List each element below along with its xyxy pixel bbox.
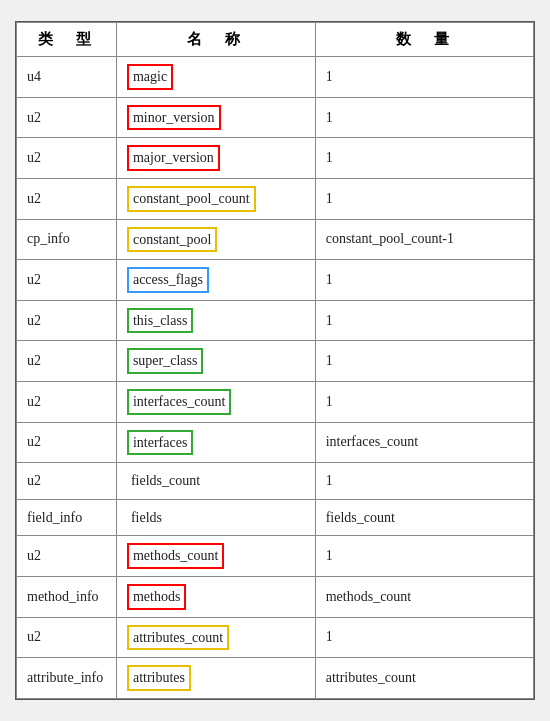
cell-name: minor_version — [116, 97, 315, 138]
cell-name: constant_pool_count — [116, 179, 315, 220]
main-table-container: 类 型 名 称 数 量 u4magic1u2minor_version1u2ma… — [15, 21, 535, 700]
table-row: u2fields_count1 — [17, 463, 534, 500]
cell-count: 1 — [315, 138, 533, 179]
cell-name: super_class — [116, 341, 315, 382]
cell-type: u2 — [17, 138, 117, 179]
table-row: u2interfaces_count1 — [17, 382, 534, 423]
cell-count: 1 — [315, 300, 533, 341]
cell-type: attribute_info — [17, 658, 117, 699]
cell-count: attributes_count — [315, 658, 533, 699]
cell-type: u2 — [17, 260, 117, 301]
cell-type: u2 — [17, 463, 117, 500]
cell-count: constant_pool_count-1 — [315, 219, 533, 260]
table-row: u2access_flags1 — [17, 260, 534, 301]
cell-type: u2 — [17, 422, 117, 463]
cell-type: u2 — [17, 97, 117, 138]
table-row: method_infomethodsmethods_count — [17, 576, 534, 617]
cell-name: fields_count — [116, 463, 315, 500]
cell-count: 1 — [315, 97, 533, 138]
cell-name: magic — [116, 57, 315, 98]
cell-name: methods — [116, 576, 315, 617]
class-structure-table: 类 型 名 称 数 量 u4magic1u2minor_version1u2ma… — [16, 22, 534, 699]
table-row: u2this_class1 — [17, 300, 534, 341]
cell-type: u2 — [17, 382, 117, 423]
cell-count: 1 — [315, 463, 533, 500]
header-type: 类 型 — [17, 23, 117, 57]
table-row: cp_infoconstant_poolconstant_pool_count-… — [17, 219, 534, 260]
cell-count: 1 — [315, 179, 533, 220]
cell-count: 1 — [315, 382, 533, 423]
table-row: field_infofieldsfields_count — [17, 499, 534, 536]
table-row: u2methods_count1 — [17, 536, 534, 577]
table-row: u2attributes_count1 — [17, 617, 534, 658]
cell-name: interfaces — [116, 422, 315, 463]
table-row: u2major_version1 — [17, 138, 534, 179]
cell-count: 1 — [315, 536, 533, 577]
cell-name: major_version — [116, 138, 315, 179]
table-row: attribute_infoattributesattributes_count — [17, 658, 534, 699]
header-count: 数 量 — [315, 23, 533, 57]
table-row: u2super_class1 — [17, 341, 534, 382]
header-name: 名 称 — [116, 23, 315, 57]
cell-count: 1 — [315, 617, 533, 658]
cell-type: u2 — [17, 536, 117, 577]
cell-type: u2 — [17, 300, 117, 341]
cell-count: 1 — [315, 57, 533, 98]
cell-type: u4 — [17, 57, 117, 98]
table-row: u4magic1 — [17, 57, 534, 98]
cell-type: cp_info — [17, 219, 117, 260]
cell-type: u2 — [17, 179, 117, 220]
cell-name: constant_pool — [116, 219, 315, 260]
cell-count: interfaces_count — [315, 422, 533, 463]
cell-count: 1 — [315, 260, 533, 301]
cell-name: this_class — [116, 300, 315, 341]
cell-count: 1 — [315, 341, 533, 382]
cell-name: methods_count — [116, 536, 315, 577]
table-row: u2constant_pool_count1 — [17, 179, 534, 220]
cell-name: interfaces_count — [116, 382, 315, 423]
cell-type: method_info — [17, 576, 117, 617]
cell-type: u2 — [17, 617, 117, 658]
table-row: u2interfacesinterfaces_count — [17, 422, 534, 463]
cell-type: field_info — [17, 499, 117, 536]
cell-name: fields — [116, 499, 315, 536]
cell-name: access_flags — [116, 260, 315, 301]
cell-count: fields_count — [315, 499, 533, 536]
table-header-row: 类 型 名 称 数 量 — [17, 23, 534, 57]
cell-name: attributes — [116, 658, 315, 699]
table-row: u2minor_version1 — [17, 97, 534, 138]
cell-name: attributes_count — [116, 617, 315, 658]
cell-type: u2 — [17, 341, 117, 382]
cell-count: methods_count — [315, 576, 533, 617]
